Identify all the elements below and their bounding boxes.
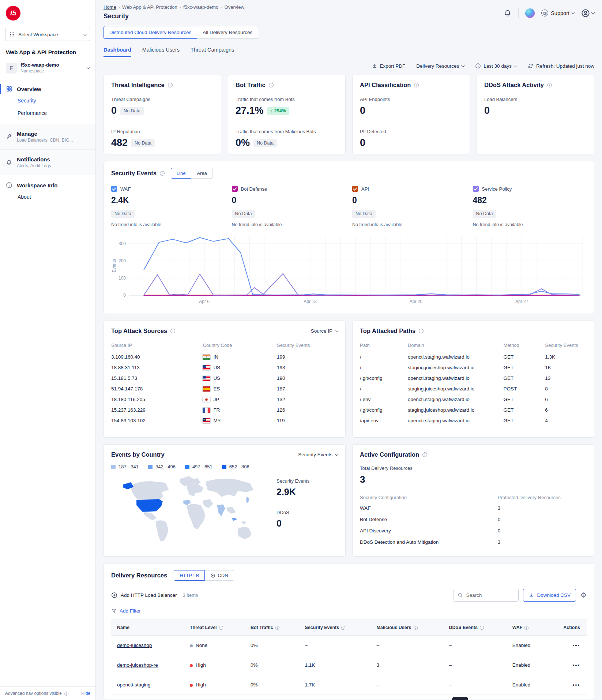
metric-label: Threat Campaigns xyxy=(111,97,214,102)
info-icon[interactable] xyxy=(219,625,223,630)
search-input[interactable] xyxy=(466,592,510,598)
metric-selector-dropdown[interactable]: Security Events xyxy=(298,452,338,457)
api-checkbox[interactable] xyxy=(352,186,358,192)
table-row[interactable]: /.git/configstaging.juiceshop.wafwizard.… xyxy=(360,405,587,415)
map-country-my[interactable] xyxy=(232,518,237,521)
table-row[interactable]: /opencti.staging.wafwizard.ioGET1.3K xyxy=(360,352,587,362)
toggle-http-lb[interactable]: HTTP LB xyxy=(174,570,205,581)
info-icon[interactable] xyxy=(341,625,346,630)
table-row[interactable]: /api/.envopencti.staging.wafwizard.ioGET… xyxy=(360,415,587,426)
f5-logo[interactable] xyxy=(6,6,20,20)
flag-us-icon xyxy=(203,376,210,381)
info-icon[interactable] xyxy=(479,625,484,630)
info-icon[interactable] xyxy=(64,691,69,696)
breadcrumb-namespace[interactable]: f5xc-waap-demo xyxy=(183,4,218,10)
breadcrumb-separator: › xyxy=(180,4,181,10)
info-icon[interactable] xyxy=(268,82,274,88)
breadcrumb-overview[interactable]: Overview xyxy=(225,4,244,10)
download-csv-button[interactable]: Download CSV xyxy=(523,589,576,602)
info-icon[interactable] xyxy=(275,625,280,630)
account-menu[interactable] xyxy=(581,9,594,18)
col-waf: WAF xyxy=(509,620,546,636)
table-row[interactable]: 15.181.5.73 US 190 xyxy=(111,373,338,383)
table-row[interactable]: 3.109.160.40 IN 199 xyxy=(111,352,338,362)
map-country-es[interactable] xyxy=(183,500,191,505)
service-policy-checkbox[interactable] xyxy=(473,186,479,192)
panel-title: Top Attack Sources xyxy=(111,327,167,334)
sidebar-item-security[interactable]: Security xyxy=(0,94,95,107)
resource-link[interactable]: demo-juiceshop xyxy=(117,643,152,648)
table-row[interactable]: 51.94.147.178 ES 187 xyxy=(111,383,338,394)
product-title: Web App & API Protection xyxy=(0,42,95,59)
sidebar-item-performance[interactable]: Performance xyxy=(0,107,95,119)
info-icon[interactable] xyxy=(170,328,176,334)
group-by-dropdown[interactable]: Source IP xyxy=(311,328,338,334)
col-security-events: Security Events xyxy=(277,342,338,348)
chart-mode-area[interactable]: Area xyxy=(191,168,212,179)
workspace-selector[interactable]: Select Workspace xyxy=(5,28,90,41)
info-icon[interactable] xyxy=(159,171,165,176)
row-actions-menu[interactable]: ••• xyxy=(546,655,587,675)
series-summary-bot-defense: Bot Defense 0 No Data No trend info is a… xyxy=(232,186,346,227)
hide-link[interactable]: Hide xyxy=(81,691,90,696)
tab-dashboard[interactable]: Dashboard xyxy=(104,47,131,57)
table-row[interactable]: /.git/configopencti.staging.wafwizard.io… xyxy=(360,373,587,383)
chart-mode-line[interactable]: Line xyxy=(171,168,192,179)
map-country-us[interactable] xyxy=(136,499,163,512)
map-country-jp[interactable] xyxy=(246,497,249,504)
notifications-bell-icon[interactable] xyxy=(504,9,512,17)
table-row[interactable]: 18.88.31.113 US 193 xyxy=(111,362,338,373)
delivery-resources-dropdown[interactable]: Delivery Resources xyxy=(416,63,464,69)
sidebar-item-workspace-info[interactable]: Workspace Info xyxy=(0,180,95,191)
resource-link[interactable]: opencti-staging xyxy=(117,682,151,688)
info-icon[interactable] xyxy=(547,82,552,88)
resource-link[interactable]: demo-juiceshop-re xyxy=(117,662,158,668)
sidebar-item-notifications[interactable]: Notifications Alerts, Audit Logs xyxy=(0,154,95,171)
info-icon[interactable] xyxy=(418,328,424,334)
col-threat-level: Threat Level xyxy=(186,620,247,636)
sidebar-item-about[interactable]: About xyxy=(0,191,95,203)
total-value: 3 xyxy=(360,474,587,485)
table-row[interactable]: /.envopencti.staging.wafwizard.ioGET6 xyxy=(360,394,587,405)
events-by-country-panel: Events by Country Security Events 187 - … xyxy=(104,444,346,557)
breadcrumb-home[interactable]: Home xyxy=(104,4,116,10)
gear-icon[interactable] xyxy=(580,592,587,599)
tab-malicious-users[interactable]: Malicious Users xyxy=(142,47,180,57)
sidebar-item-overview[interactable]: Overview xyxy=(0,83,95,94)
map-country-in[interactable] xyxy=(217,504,225,516)
breadcrumb-waap[interactable]: Web App & API Protection xyxy=(122,4,177,10)
info-icon[interactable] xyxy=(168,82,173,88)
row-actions-menu[interactable]: ••• xyxy=(546,636,587,655)
assistant-sphere-icon[interactable] xyxy=(525,8,535,18)
toggle-cdn[interactable]: CDN xyxy=(205,570,234,581)
add-filter-button[interactable]: Add Filter xyxy=(111,608,587,614)
tab-threat-campaigns[interactable]: Threat Campaigns xyxy=(191,47,234,57)
table-row[interactable]: 154.83.103.102 MY 119 xyxy=(111,415,338,426)
table-row[interactable]: 15.237.163.229 FR 126 xyxy=(111,405,338,415)
add-http-load-balancer-button[interactable]: Add HTTP Load Balancer xyxy=(111,592,177,598)
refresh-button[interactable]: Refresh: Updated just now xyxy=(528,63,594,69)
time-range-dropdown[interactable]: Last 30 days xyxy=(475,63,517,69)
bot-defense-checkbox[interactable] xyxy=(232,186,238,192)
floating-widget-peek[interactable] xyxy=(452,697,468,700)
download-icon xyxy=(528,592,534,598)
info-icon[interactable] xyxy=(422,452,428,457)
table-row: demo-juiceshop None 0% – – – Enabled ••• xyxy=(111,636,587,655)
table-row[interactable]: /staging.juiceshop.wafwizard.ioGET1K xyxy=(360,362,587,373)
row-actions-menu[interactable]: ••• xyxy=(546,675,587,695)
table-row[interactable]: 18.180.116.205 JP 132 xyxy=(111,394,338,405)
support-menu[interactable]: Support xyxy=(541,10,575,16)
sidebar-item-manage[interactable]: Manage Load Balancers, CDN, BIG... xyxy=(0,128,95,145)
stat-label: DDoS xyxy=(276,510,338,515)
toggle-all-delivery[interactable]: All Delivery Resources xyxy=(197,26,258,39)
col-name: Name xyxy=(111,620,186,636)
namespace-selector[interactable]: F f5xc-waap-demo Namespace xyxy=(0,59,95,79)
export-pdf-button[interactable]: Export PDF xyxy=(372,63,406,69)
toggle-distributed-cloud[interactable]: Distributed Cloud Delivery Resources xyxy=(104,26,197,39)
info-icon[interactable] xyxy=(413,625,418,630)
waf-checkbox[interactable] xyxy=(111,186,117,192)
table-row[interactable]: /staging.juiceshop.wafwizard.ioPOST8 xyxy=(360,383,587,394)
events-count: 119 xyxy=(277,418,338,423)
info-icon[interactable] xyxy=(414,82,419,88)
info-icon[interactable] xyxy=(524,625,529,630)
